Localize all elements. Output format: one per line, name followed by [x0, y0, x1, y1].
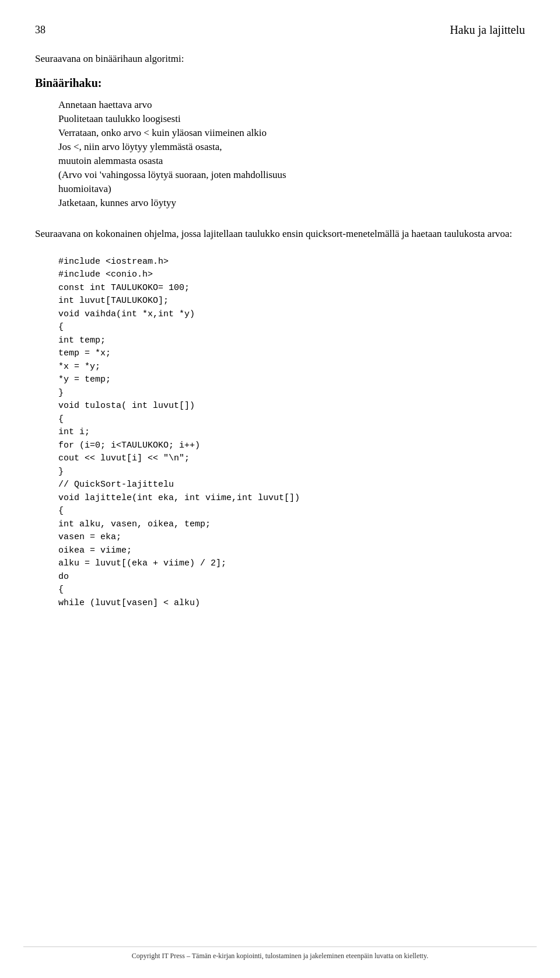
page-title: Haku ja lajittelu — [450, 23, 525, 37]
code-line: while (luvut[vasen] < alku) — [58, 597, 525, 610]
page-header: 38 Haku ja lajittelu — [35, 23, 525, 37]
code-line: // QuickSort-lajittelu — [58, 478, 525, 492]
code-line: int alku, vasen, oikea, temp; — [58, 518, 525, 532]
code-line: do — [58, 571, 525, 584]
list-item: (Arvo voi 'vahingossa löytyä suoraan, jo… — [58, 169, 525, 181]
intro-text: Seuraavana on binäärihaun algoritmi: — [35, 53, 525, 65]
list-item: Jatketaan, kunnes arvo löytyy — [58, 197, 525, 209]
code-line: void tulosta( int luvut[]) — [58, 400, 525, 413]
code-line: } — [58, 387, 525, 400]
code-line: } — [58, 466, 525, 479]
program-intro-text: Seuraavana on kokonainen ohjelma, jossa … — [35, 226, 525, 242]
binary-search-section: Binäärihaku: Annetaan haettava arvo Puol… — [35, 76, 525, 209]
list-item: muutoin alemmasta osasta — [58, 155, 525, 167]
code-line: { — [58, 505, 525, 518]
code-line: *x = *y; — [58, 361, 525, 374]
code-line: oikea = viime; — [58, 544, 525, 558]
page-number: 38 — [35, 24, 46, 36]
footer-text: Copyright IT Press – Tämän e-kirjan kopi… — [132, 952, 428, 960]
code-line: vasen = eka; — [58, 531, 525, 544]
code-line: int i; — [58, 426, 525, 439]
code-line: cout << luvut[i] << "\n"; — [58, 452, 525, 466]
list-item: Jos <, niin arvo löytyy ylemmästä osasta… — [58, 141, 525, 153]
code-line: { — [58, 584, 525, 597]
list-item: Annetaan haettava arvo — [58, 99, 525, 111]
code-line: int temp; — [58, 334, 525, 348]
list-item: Verrataan, onko arvo < kuin yläosan viim… — [58, 127, 525, 139]
code-line: #include <conio.h> — [58, 268, 525, 282]
code-line: int luvut[TAULUKOKO]; — [58, 295, 525, 308]
code-line: temp = *x; — [58, 347, 525, 361]
code-line: { — [58, 413, 525, 427]
binary-search-list: Annetaan haettava arvo Puolitetaan taulu… — [58, 99, 525, 209]
code-line: const int TAULUKOKO= 100; — [58, 282, 525, 295]
code-line: void vaihda(int *x,int *y) — [58, 308, 525, 322]
code-line: *y = temp; — [58, 373, 525, 387]
section-title: Binäärihaku: — [35, 76, 525, 90]
code-line: void lajittele(int eka, int viime,int lu… — [58, 492, 525, 505]
code-line: { — [58, 321, 525, 334]
list-item: huomioitava) — [58, 183, 525, 195]
list-item: Puolitetaan taulukko loogisesti — [58, 113, 525, 125]
code-block: #include <iostream.h> #include <conio.h>… — [58, 256, 525, 610]
code-line: #include <iostream.h> — [58, 256, 525, 269]
code-line: alku = luvut[(eka + viime) / 2]; — [58, 557, 525, 571]
code-line: for (i=0; i<TAULUKOKO; i++) — [58, 439, 525, 453]
footer: Copyright IT Press – Tämän e-kirjan kopi… — [23, 946, 537, 960]
